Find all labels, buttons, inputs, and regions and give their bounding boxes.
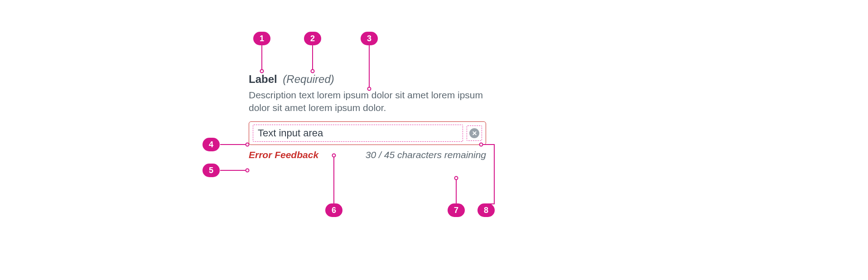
connector-endpoint bbox=[260, 69, 264, 73]
character-count: 30 / 45 characters remaining bbox=[366, 150, 486, 160]
text-input[interactable]: Text input area bbox=[253, 125, 463, 142]
field-label: Label bbox=[249, 73, 277, 85]
connector-endpoint bbox=[479, 143, 483, 147]
connector-line bbox=[481, 144, 495, 145]
connector-line bbox=[312, 45, 313, 70]
connector-line bbox=[333, 156, 334, 204]
field-description: Description text lorem ipsum dolor sit a… bbox=[249, 89, 486, 114]
annotation-badge-7: 7 bbox=[448, 203, 465, 217]
error-feedback: Error Feedback bbox=[249, 150, 318, 160]
annotation-badge-8: 8 bbox=[477, 203, 495, 217]
clear-button-slot bbox=[467, 126, 482, 141]
annotation-badge-6: 6 bbox=[325, 203, 342, 217]
connector-endpoint bbox=[332, 154, 336, 158]
connector-line bbox=[456, 179, 457, 204]
label-row: Label (Required) bbox=[249, 72, 486, 86]
connector-line bbox=[220, 144, 246, 145]
input-container: Text input area bbox=[249, 121, 486, 145]
connector-endpoint bbox=[454, 176, 458, 180]
connector-line bbox=[261, 45, 262, 70]
connector-endpoint bbox=[311, 69, 315, 73]
required-indicator: (Required) bbox=[283, 73, 334, 85]
annotation-badge-2: 2 bbox=[304, 32, 321, 45]
annotation-badge-5: 5 bbox=[203, 164, 220, 177]
connector-line bbox=[494, 144, 495, 204]
annotation-badge-3: 3 bbox=[361, 32, 378, 45]
connector-endpoint bbox=[367, 87, 371, 91]
connector-endpoint bbox=[246, 169, 250, 173]
annotation-badge-1: 1 bbox=[253, 32, 270, 45]
connector-endpoint bbox=[246, 143, 250, 147]
feedback-row: Error Feedback 30 / 45 characters remain… bbox=[249, 150, 486, 160]
connector-line bbox=[220, 170, 246, 171]
text-field-component: Label (Required) Description text lorem … bbox=[249, 72, 486, 160]
annotation-badge-4: 4 bbox=[203, 138, 220, 151]
connector-line bbox=[369, 45, 370, 87]
close-icon[interactable] bbox=[469, 128, 479, 138]
